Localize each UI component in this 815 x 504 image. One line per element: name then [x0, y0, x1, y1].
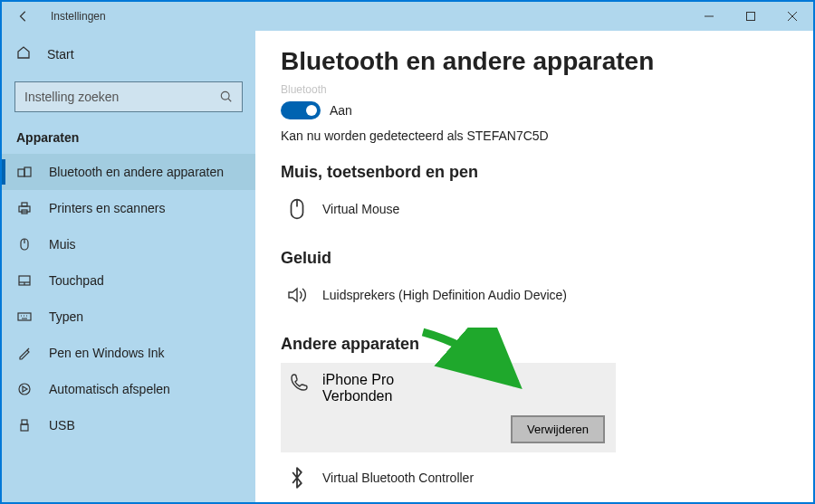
sidebar-item-label: Pen en Windows Ink	[49, 346, 165, 360]
search-icon	[211, 90, 242, 103]
sidebar-item-usb[interactable]: USB	[2, 407, 255, 443]
svg-rect-4	[18, 169, 24, 176]
discoverable-text: Kan nu worden gedetecteerd als STEFAN7C5…	[281, 128, 788, 143]
svg-point-2	[221, 91, 229, 100]
bluetooth-toggle[interactable]	[281, 101, 321, 119]
device-name: Virtual Mouse	[322, 202, 399, 216]
group-title: Muis, toetsenbord en pen	[281, 163, 788, 182]
bluetooth-toggle-state: Aan	[330, 103, 352, 118]
sidebar-item-touchpad[interactable]: Touchpad	[2, 262, 255, 299]
devices-icon	[16, 165, 33, 179]
device-name: iPhone Pro	[322, 372, 394, 388]
maximize-button[interactable]	[730, 2, 772, 31]
autoplay-icon	[16, 382, 33, 396]
close-button[interactable]	[772, 2, 813, 31]
sidebar-item-label: Muis	[49, 237, 76, 252]
speaker-icon	[284, 284, 310, 306]
minimize-button[interactable]	[688, 2, 730, 31]
device-name: Luidsprekers (High Definition Audio Devi…	[322, 288, 567, 302]
device-virtual-mouse[interactable]: Virtual Mouse	[281, 191, 788, 227]
home-icon	[16, 45, 31, 63]
sidebar: Start Apparaten Bluetooth en andere appa…	[2, 31, 255, 502]
sidebar-item-label: USB	[49, 418, 75, 433]
sidebar-item-label: Automatisch afspelen	[49, 382, 170, 396]
sidebar-item-mouse[interactable]: Muis	[2, 226, 255, 262]
touchpad-icon	[16, 273, 33, 288]
device-status: Verbonden	[322, 388, 394, 404]
sidebar-item-pen[interactable]: Pen en Windows Ink	[2, 335, 255, 371]
group-other-devices: Andere apparaten iPhone Pro Verbonden Ve…	[281, 335, 788, 496]
svg-point-19	[19, 384, 30, 395]
svg-rect-6	[19, 206, 30, 212]
sidebar-item-printers[interactable]: Printers en scanners	[2, 190, 255, 226]
usb-icon	[16, 418, 33, 433]
content-pane: Bluetooth en andere apparaten Bluetooth …	[255, 31, 813, 502]
group-title: Andere apparaten	[281, 335, 788, 354]
device-name: Virtual Bluetooth Controller	[322, 471, 474, 485]
settings-window: Instellingen Start	[2, 2, 813, 502]
sidebar-item-label: Touchpad	[49, 273, 104, 288]
group-input-devices: Muis, toetsenbord en pen Virtual Mouse	[281, 163, 788, 227]
mouse-icon	[16, 237, 33, 252]
svg-rect-21	[21, 424, 28, 431]
sidebar-nav: Bluetooth en andere apparaten Printers e…	[2, 154, 255, 443]
phone-icon	[288, 372, 310, 397]
back-button[interactable]	[2, 10, 45, 23]
bluetooth-icon	[284, 467, 310, 489]
svg-rect-20	[22, 420, 27, 424]
sidebar-item-label: Typen	[49, 309, 83, 324]
keyboard-icon	[16, 309, 33, 324]
remove-device-button[interactable]: Verwijderen	[511, 415, 605, 443]
sidebar-item-bluetooth[interactable]: Bluetooth en andere apparaten	[2, 154, 255, 190]
sidebar-home-label: Start	[47, 47, 74, 62]
page-title: Bluetooth en andere apparaten	[281, 47, 788, 76]
mouse-icon	[284, 197, 310, 221]
device-card-iphone[interactable]: iPhone Pro Verbonden Verwijderen	[281, 363, 616, 452]
sidebar-section-header: Apparaten	[2, 125, 255, 154]
device-virtual-bt-controller[interactable]: Virtual Bluetooth Controller	[281, 460, 788, 496]
pen-icon	[16, 346, 33, 360]
svg-rect-7	[22, 203, 27, 206]
svg-line-3	[228, 99, 231, 101]
group-audio: Geluid Luidsprekers (High Definition Aud…	[281, 249, 788, 313]
sidebar-item-label: Bluetooth en andere apparaten	[49, 165, 224, 179]
titlebar: Instellingen	[2, 2, 813, 31]
sidebar-item-label: Printers en scanners	[49, 201, 165, 215]
printer-icon	[16, 201, 33, 215]
svg-rect-5	[24, 167, 31, 176]
group-title: Geluid	[281, 249, 788, 268]
sidebar-home[interactable]: Start	[2, 36, 255, 72]
search-input[interactable]	[15, 90, 211, 104]
search-box[interactable]	[14, 81, 243, 112]
svg-rect-14	[18, 313, 31, 320]
window-title: Instellingen	[45, 10, 106, 23]
sidebar-item-typing[interactable]: Typen	[2, 299, 255, 335]
sidebar-item-autoplay[interactable]: Automatisch afspelen	[2, 371, 255, 407]
device-speakers[interactable]: Luidsprekers (High Definition Audio Devi…	[281, 277, 788, 313]
svg-rect-1	[747, 13, 755, 21]
bluetooth-label-cut: Bluetooth	[281, 83, 788, 96]
